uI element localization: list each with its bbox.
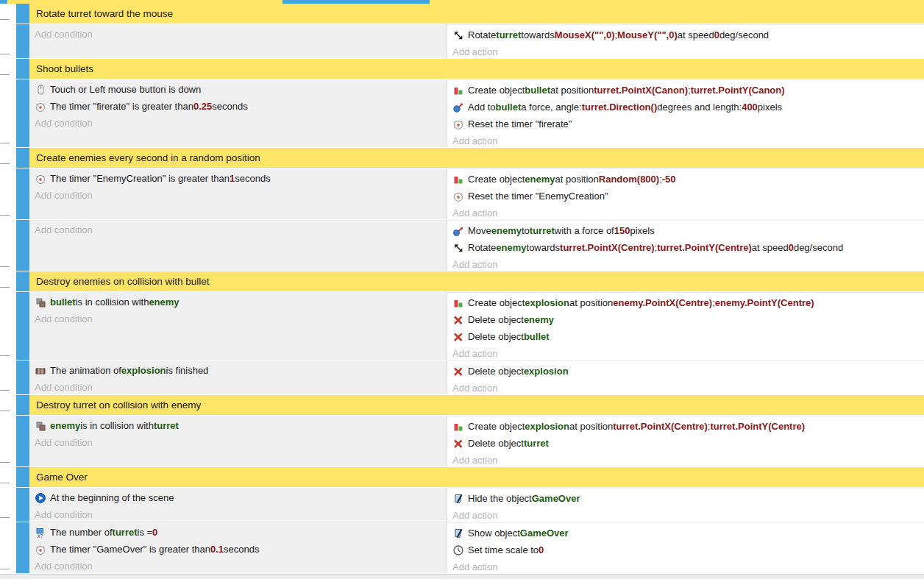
- add-condition-button[interactable]: Add condition: [29, 26, 447, 43]
- comment-header[interactable]: Rotate turret toward the mouse: [29, 4, 924, 24]
- parameter-value: 400: [742, 99, 758, 116]
- condition-row[interactable]: bullet is in collision with enemy: [29, 294, 447, 310]
- add-condition-button[interactable]: Add condition: [29, 221, 447, 238]
- action-row[interactable]: Add to bullet a force, angle: turret.Dir…: [447, 99, 924, 116]
- add-condition-button[interactable]: Add condition: [29, 310, 447, 327]
- event-select-bar[interactable]: [16, 148, 29, 168]
- sentence-text: Create object: [468, 418, 525, 435]
- add-action-button[interactable]: Add action: [447, 345, 924, 362]
- action-row[interactable]: Rotate enemy towards turret.PointX(Centr…: [447, 239, 924, 256]
- timer-icon: [35, 173, 46, 185]
- add-condition-button[interactable]: Add condition: [29, 558, 447, 575]
- add-action-button[interactable]: Add action: [447, 507, 924, 524]
- add-action-button[interactable]: Add action: [447, 380, 924, 397]
- event-select-bar[interactable]: [16, 292, 29, 360]
- add-condition-button[interactable]: Add condition: [29, 379, 447, 396]
- event-select-bar[interactable]: [16, 271, 29, 291]
- sentence-text: towards: [527, 239, 561, 256]
- comment-header[interactable]: Destroy turret on collision with enemy: [29, 395, 924, 415]
- add-action-button[interactable]: Add action: [447, 132, 924, 149]
- event-select-bar[interactable]: [16, 59, 29, 79]
- object-name: explosion: [525, 418, 569, 435]
- action-row[interactable]: Create object explosion at position enem…: [447, 294, 924, 311]
- event-select-bar[interactable]: [16, 395, 29, 415]
- object-name: turret: [113, 524, 138, 541]
- event-select-bar[interactable]: [16, 24, 29, 58]
- action-row[interactable]: Reset the timer "EnemyCreation": [447, 188, 924, 205]
- parameter-value: 0: [714, 26, 719, 43]
- add-action-button[interactable]: Add action: [447, 256, 924, 273]
- event-select-bar[interactable]: [16, 488, 29, 522]
- event-select-bar[interactable]: [16, 522, 29, 573]
- conditions-column: bullet is in collision with enemyAdd con…: [29, 292, 447, 360]
- top-clipped-row: [0, 0, 924, 4]
- event-select-bar[interactable]: [16, 467, 29, 487]
- event-select-bar[interactable]: [16, 416, 29, 466]
- condition-row[interactable]: x?The number of turret is = 0: [29, 524, 447, 541]
- action-row[interactable]: Create object bullet at position turret.…: [447, 82, 924, 99]
- sentence-text: is =: [138, 524, 153, 541]
- sentence-text: Rotate: [468, 26, 496, 43]
- sentence-text: Delete object: [468, 328, 524, 345]
- sentence-text: deg/second: [794, 239, 843, 256]
- event-select-bar[interactable]: [16, 4, 29, 24]
- sentence-text: At the beginning of the scene: [50, 489, 174, 506]
- actions-column: Show object GameOverSet time scale to 0A…: [447, 522, 924, 573]
- parameter-value: turret.PointY(Canon): [691, 82, 785, 99]
- actions-column: Rotate turret towards MouseX("",0);Mouse…: [447, 24, 924, 58]
- add-action-button[interactable]: Add action: [447, 205, 924, 221]
- conditions-column: The animation of explosion is finishedAd…: [29, 360, 447, 394]
- comment-header[interactable]: Shoot bullets: [29, 59, 924, 79]
- event-select-bar[interactable]: [16, 360, 29, 394]
- add-action-button[interactable]: Add action: [447, 43, 924, 60]
- sentence-text: Hide the object: [468, 490, 532, 507]
- comment-header[interactable]: Game Over: [29, 467, 924, 487]
- parameter-value: 1: [230, 170, 235, 187]
- parameter-value: MouseX("",0): [555, 26, 615, 43]
- add-condition-button[interactable]: Add condition: [29, 434, 447, 451]
- action-row[interactable]: Rotate turret towards MouseX("",0);Mouse…: [447, 26, 924, 43]
- object-name: turret: [530, 222, 555, 239]
- add-condition-button[interactable]: Add condition: [29, 115, 447, 132]
- action-row[interactable]: Create object explosion at position turr…: [447, 418, 924, 435]
- add-condition-button[interactable]: Add condition: [29, 506, 447, 523]
- sentence-text: at position: [569, 418, 613, 435]
- action-row[interactable]: Set time scale to 0: [447, 541, 924, 558]
- event-select-bar[interactable]: [16, 79, 29, 147]
- animation-icon: [35, 365, 46, 377]
- condition-row[interactable]: The animation of explosion is finished: [29, 362, 447, 379]
- action-row[interactable]: Delete object turret: [447, 435, 924, 452]
- delete-icon: [452, 314, 464, 326]
- event-select-bar[interactable]: [16, 220, 29, 271]
- add-action-button[interactable]: Add action: [447, 452, 924, 469]
- comment-header[interactable]: Create enemies every second in a random …: [29, 148, 924, 168]
- conditions-column: The timer "EnemyCreation" is greater tha…: [29, 168, 447, 219]
- action-row[interactable]: Hide the object GameOver: [447, 490, 924, 507]
- action-row[interactable]: Reset the timer "firerate": [447, 116, 924, 132]
- action-row[interactable]: Delete object bullet: [447, 328, 924, 345]
- condition-row[interactable]: The timer "firerate" is greater than 0.2…: [29, 98, 447, 115]
- sentence-text: Touch or Left mouse button is down: [50, 81, 201, 98]
- condition-row[interactable]: Touch or Left mouse button is down: [29, 81, 447, 98]
- sentence-text: The timer "GameOver" is greater than: [50, 541, 210, 558]
- action-row[interactable]: Delete object enemy: [447, 311, 924, 328]
- condition-row[interactable]: enemy is in collision with turret: [29, 417, 447, 434]
- sentence-text: to: [522, 222, 530, 239]
- create-object-icon: [452, 297, 464, 309]
- action-row[interactable]: Show object GameOver: [447, 525, 924, 541]
- condition-row[interactable]: The timer "GameOver" is greater than 0.1…: [29, 541, 447, 558]
- add-condition-button[interactable]: Add condition: [29, 187, 447, 204]
- sentence-text: The number of: [50, 524, 113, 541]
- sentence-text: Delete object: [468, 311, 524, 328]
- action-row[interactable]: Create object enemy at position Random(8…: [447, 171, 924, 188]
- action-row[interactable]: Delete object explosion: [447, 363, 924, 380]
- event-select-bar[interactable]: [16, 168, 29, 219]
- move-icon: [452, 225, 464, 237]
- add-action-button[interactable]: Add action: [447, 558, 924, 575]
- condition-row[interactable]: The timer "EnemyCreation" is greater tha…: [29, 170, 447, 187]
- condition-row[interactable]: At the beginning of the scene: [29, 489, 447, 506]
- comment-header[interactable]: Destroy enemies on collision with bullet: [29, 271, 924, 291]
- delete-icon: [452, 331, 464, 343]
- create-object-icon: [452, 421, 464, 433]
- action-row[interactable]: Move enemy to turret with a force of 150…: [447, 222, 924, 239]
